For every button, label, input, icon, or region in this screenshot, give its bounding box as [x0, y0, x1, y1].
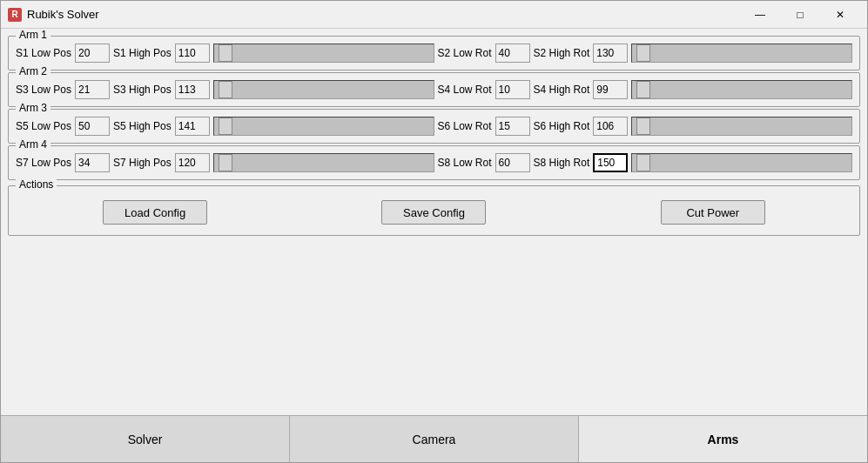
minimize-button[interactable]: —: [740, 2, 780, 28]
arm-1-label: Arm 1: [16, 29, 50, 41]
arm-2-group: Arm 2 S3 Low Pos 21 S3 High Pos 113 S4 L…: [8, 72, 860, 107]
slider-right-2[interactable]: [631, 117, 852, 136]
tab-arms[interactable]: Arms: [579, 416, 867, 462]
s-high-val-3[interactable]: 120: [175, 153, 210, 172]
actions-label: Actions: [16, 178, 57, 191]
s-low-val-1[interactable]: 21: [75, 80, 110, 99]
slider-track-left-1[interactable]: [213, 80, 434, 99]
arm-3-row: S5 Low Pos 50 S5 High Pos 141 S6 Low Rot…: [16, 113, 852, 136]
s2-low-label-2: S6 Low Rot: [438, 120, 492, 132]
arm-3-group: Arm 3 S5 Low Pos 50 S5 High Pos 141 S6 L…: [8, 109, 860, 144]
s2-high-val-1[interactable]: 99: [593, 80, 628, 99]
s-high-val-0[interactable]: 110: [175, 44, 210, 63]
s-low-label-1: S3 Low Pos: [16, 84, 71, 96]
titlebar: R Rubik's Solver — □ ✕: [1, 1, 867, 29]
tab-solver[interactable]: Solver: [1, 416, 290, 462]
s-low-label-0: S1 Low Pos: [16, 47, 71, 59]
s2-high-label-1: S4 High Rot: [534, 84, 590, 96]
slider-track-right-1[interactable]: [631, 80, 852, 99]
load-config-button[interactable]: Load Config: [103, 200, 207, 225]
slider-track-right-3[interactable]: [631, 153, 852, 172]
s-low-label-2: S5 Low Pos: [16, 120, 71, 132]
slider-thumb-right-3[interactable]: [636, 154, 650, 171]
s2-low-label-0: S2 Low Rot: [438, 47, 492, 59]
tab-bar: SolverCameraArms: [1, 415, 867, 462]
s-low-val-3[interactable]: 34: [75, 153, 110, 172]
s2-high-val-2[interactable]: 106: [593, 117, 628, 136]
slider-track-right-2[interactable]: [631, 117, 852, 136]
maximize-button[interactable]: □: [780, 2, 820, 28]
slider-track-left-2[interactable]: [213, 117, 434, 136]
actions-row: Load ConfigSave ConfigCut Power: [16, 193, 852, 225]
close-button[interactable]: ✕: [820, 2, 860, 28]
slider-left-3[interactable]: [213, 153, 434, 172]
slider-thumb-left-3[interactable]: [219, 154, 232, 171]
arm-4-row: S7 Low Pos 34 S7 High Pos 120 S8 Low Rot…: [16, 150, 852, 172]
s2-low-label-3: S8 Low Rot: [438, 157, 492, 169]
s2-high-val-0[interactable]: 130: [593, 44, 628, 63]
cut-power-button[interactable]: Cut Power: [661, 200, 765, 225]
slider-right-3[interactable]: [631, 153, 852, 172]
s2-high-label-0: S2 High Rot: [534, 47, 590, 59]
s-high-label-1: S3 High Pos: [113, 84, 172, 96]
s-low-val-2[interactable]: 50: [75, 117, 110, 136]
slider-thumb-left-1[interactable]: [219, 81, 232, 98]
actions-section: Actions Load ConfigSave ConfigCut Power: [8, 185, 860, 236]
slider-thumb-right-0[interactable]: [636, 44, 650, 62]
window-title: Rubik's Solver: [27, 8, 740, 21]
s2-high-label-3: S8 High Rot: [534, 157, 590, 169]
arm-2-row: S3 Low Pos 21 S3 High Pos 113 S4 Low Rot…: [16, 77, 852, 99]
arm-3-label: Arm 3: [16, 102, 50, 114]
slider-track-left-0[interactable]: [213, 44, 434, 63]
slider-thumb-left-2[interactable]: [219, 117, 232, 135]
s2-low-label-1: S4 Low Rot: [438, 84, 492, 96]
slider-track-left-3[interactable]: [213, 153, 434, 172]
s-high-label-2: S5 High Pos: [113, 120, 172, 132]
arm-1-row: S1 Low Pos 20 S1 High Pos 110 S2 Low Rot…: [16, 40, 852, 63]
slider-right-1[interactable]: [631, 80, 852, 99]
slider-right-0[interactable]: [631, 44, 852, 63]
s2-low-val-2[interactable]: 15: [495, 117, 530, 136]
app-icon: R: [8, 8, 22, 22]
main-window: R Rubik's Solver — □ ✕ Arm 1 S1 Low Pos …: [0, 0, 868, 463]
slider-left-0[interactable]: [213, 44, 434, 63]
s2-high-val-3[interactable]: 150: [593, 153, 628, 172]
slider-track-right-0[interactable]: [631, 44, 852, 63]
s-high-label-3: S7 High Pos: [113, 157, 172, 169]
slider-thumb-right-2[interactable]: [636, 117, 650, 135]
s-high-val-1[interactable]: 113: [175, 80, 210, 99]
arm-2-label: Arm 2: [16, 65, 50, 77]
slider-thumb-right-1[interactable]: [636, 81, 650, 98]
slider-thumb-left-0[interactable]: [219, 44, 232, 62]
arm-1-group: Arm 1 S1 Low Pos 20 S1 High Pos 110 S2 L…: [8, 36, 860, 70]
arms-container: Arm 1 S1 Low Pos 20 S1 High Pos 110 S2 L…: [8, 36, 860, 182]
save-config-button[interactable]: Save Config: [381, 200, 486, 225]
s-low-val-0[interactable]: 20: [75, 44, 110, 63]
s2-low-val-0[interactable]: 40: [495, 44, 530, 63]
slider-left-2[interactable]: [213, 117, 434, 136]
window-controls: — □ ✕: [740, 2, 860, 28]
arm-4-label: Arm 4: [16, 138, 50, 151]
s2-low-val-3[interactable]: 60: [495, 153, 530, 172]
s-low-label-3: S7 Low Pos: [16, 157, 71, 169]
arm-4-group: Arm 4 S7 Low Pos 34 S7 High Pos 120 S8 L…: [8, 145, 860, 180]
slider-left-1[interactable]: [213, 80, 434, 99]
s2-low-val-1[interactable]: 10: [495, 80, 530, 99]
s-high-val-2[interactable]: 141: [175, 117, 210, 136]
s2-high-label-2: S6 High Rot: [534, 120, 590, 132]
main-content: Arm 1 S1 Low Pos 20 S1 High Pos 110 S2 L…: [1, 29, 867, 415]
tab-camera[interactable]: Camera: [290, 416, 579, 462]
s-high-label-0: S1 High Pos: [113, 47, 172, 59]
